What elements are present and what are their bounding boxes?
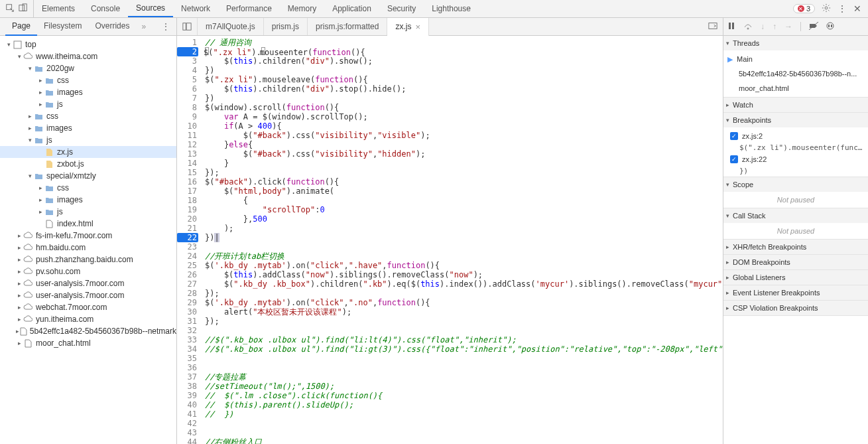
tree-item[interactable]: ▸css (0, 74, 176, 86)
tree-item[interactable]: ▸user-analysis.7moor.com (0, 277, 176, 289)
tree-arrow-icon[interactable]: ▸ (37, 101, 44, 108)
code-content[interactable]: // 通用咨询$(".zx li").mouseenter(function()… (202, 36, 723, 444)
gear-icon[interactable] (822, 3, 831, 15)
code-line[interactable]: $(window).scroll(function(){ (205, 103, 723, 112)
tree-item[interactable]: ▾2020gw (0, 62, 176, 74)
main-tab-memory[interactable]: Memory (280, 0, 324, 17)
more-tabs-icon[interactable]: » (141, 22, 146, 31)
code-line[interactable]: if(A > 400){ (205, 121, 723, 131)
tree-item[interactable]: ▸images (0, 86, 176, 98)
main-tab-performance[interactable]: Performance (218, 0, 280, 17)
tree-arrow-icon[interactable]: ▾ (27, 137, 33, 143)
editor-tab[interactable]: prism.js (264, 18, 308, 35)
sidebar-tab-overrides[interactable]: Overrides (88, 17, 136, 36)
breakpoint-item[interactable]: ✓zx.js:22 (723, 152, 868, 167)
line-number[interactable]: 8 (177, 103, 198, 112)
line-number[interactable]: 25 (177, 261, 198, 270)
code-line[interactable]: } (205, 159, 723, 168)
line-number[interactable]: 15 (177, 168, 198, 177)
code-line[interactable]: //$(".kb_box .ulbox ul").find("li:gt(3)"… (205, 344, 723, 354)
line-number[interactable]: 27 (177, 279, 198, 289)
tree-item[interactable]: ▸hm.baidu.com (0, 242, 176, 254)
tree-arrow-icon[interactable]: ▸ (27, 113, 33, 119)
tree-arrow-icon[interactable]: ▸ (16, 256, 23, 263)
line-number[interactable]: 2 (177, 47, 198, 56)
scope-section-header[interactable]: ▾Scope (723, 177, 868, 192)
line-number[interactable]: 36 (177, 363, 198, 372)
tree-item[interactable]: ▸fs-im-kefu.7moor.com (0, 230, 176, 242)
device-toolbar-icon[interactable] (19, 3, 28, 15)
tree-item[interactable]: ▸images (0, 194, 176, 206)
line-number[interactable]: 1 (177, 38, 198, 47)
line-number[interactable]: 35 (177, 354, 198, 363)
code-line[interactable]: $(this).children("div").show(); (205, 56, 723, 66)
code-line[interactable] (205, 428, 723, 437)
step-over-icon[interactable] (743, 22, 753, 32)
code-line[interactable]: //setTimeout("lm();",1500); (205, 382, 723, 391)
sidebar-tab-page[interactable]: Page (5, 17, 37, 36)
tree-item[interactable]: ▾www.itheima.com (0, 50, 176, 62)
checkbox-icon[interactable]: ✓ (730, 155, 738, 163)
code-line[interactable]: $("#back").css("visibility","hidden"); (205, 149, 723, 159)
line-number[interactable]: 12 (177, 140, 198, 149)
tree-arrow-icon[interactable]: ▸ (37, 89, 44, 96)
code-line[interactable]: },500 (205, 214, 723, 224)
tree-arrow-icon[interactable]: ▸ (16, 280, 23, 287)
tree-item[interactable]: ▸moor_chat.html (0, 337, 176, 349)
line-number[interactable]: 14 (177, 159, 198, 168)
tree-arrow-icon[interactable]: ▸ (16, 292, 23, 299)
code-line[interactable]: $(this).addClass("now").siblings().remov… (205, 270, 723, 279)
tree-arrow-icon[interactable]: ▸ (37, 77, 44, 84)
code-line[interactable]: "scrollTop":0 (205, 205, 723, 214)
error-count-badge[interactable]: ✕ 3 (793, 4, 815, 13)
code-line[interactable]: }); (205, 289, 723, 298)
line-number[interactable]: 34 (177, 344, 198, 354)
tree-arrow-icon[interactable]: ▸ (16, 340, 23, 346)
pause-on-exceptions-icon[interactable] (826, 22, 834, 32)
debug-section-header[interactable]: ▸Event Listener Breakpoints (723, 285, 868, 300)
editor-tab[interactable]: m7AllQuote.js (198, 18, 264, 35)
code-line[interactable]: })| (205, 233, 723, 242)
code-line[interactable]: ); (205, 224, 723, 233)
thread-item[interactable]: 5b42effc1a482-5b4560367b98b--n... (723, 66, 868, 81)
code-line[interactable]: //右侧粉丝入口 (205, 437, 723, 444)
tree-arrow-icon[interactable]: ▸ (16, 244, 23, 251)
breakpoint-item[interactable]: ✓zx.js:2 (723, 129, 868, 143)
tree-item[interactable]: ▸yun.itheima.com (0, 313, 176, 325)
line-number[interactable]: 40 (177, 400, 198, 409)
line-number[interactable]: 11 (177, 131, 198, 140)
code-line[interactable]: $(this).children("div").stop().hide(); (205, 84, 723, 94)
line-number[interactable]: 44 (177, 437, 198, 444)
code-line[interactable]: //$(".kb_box .ulbox ul").find("li:lt(4)"… (205, 335, 723, 344)
step-out-icon[interactable]: ↑ (773, 22, 776, 31)
line-number[interactable]: 28 (177, 289, 198, 298)
step-icon[interactable]: → (784, 22, 792, 31)
line-number[interactable]: 13 (177, 149, 198, 159)
tree-item[interactable]: ▸push.zhanzhang.baidu.com (0, 254, 176, 265)
kebab-menu-icon[interactable]: ⋮ (837, 3, 847, 14)
breakpoints-section-header[interactable]: ▾Breakpoints (723, 113, 868, 127)
line-number[interactable]: 33 (177, 335, 198, 344)
editor-overflow-icon[interactable] (703, 21, 723, 33)
line-number[interactable]: 7 (177, 94, 198, 103)
code-line[interactable] (205, 419, 723, 428)
code-line[interactable]: $(".kb_dy .kb_box").children(".kb").eq($… (205, 279, 723, 289)
code-line[interactable]: // }) (205, 409, 723, 419)
line-number[interactable]: 19 (177, 205, 198, 214)
tree-item[interactable]: ▸js (0, 206, 176, 218)
thread-item[interactable]: moor_chat.html (723, 81, 868, 96)
tree-item[interactable]: ▸webchat.7moor.com (0, 301, 176, 313)
line-number[interactable]: 20 (177, 214, 198, 224)
tree-item[interactable]: index.html (0, 218, 176, 230)
line-number[interactable]: 38 (177, 382, 198, 391)
debug-section-header[interactable]: ▸Global Listeners (723, 270, 868, 285)
tree-item[interactable]: ▸5b42effc1a482-5b4560367b98b--netmark (0, 325, 176, 337)
editor-tab[interactable]: prism.js:formatted (308, 18, 387, 35)
tree-item[interactable]: ▸css (0, 110, 176, 122)
tree-arrow-icon[interactable]: ▸ (27, 125, 33, 131)
line-number[interactable]: 26 (177, 270, 198, 279)
debug-section-header[interactable]: ▸CSP Violation Breakpoints (723, 301, 868, 315)
pause-icon[interactable] (727, 22, 735, 32)
main-tab-application[interactable]: Application (324, 0, 379, 17)
line-number[interactable]: 16 (177, 177, 198, 186)
